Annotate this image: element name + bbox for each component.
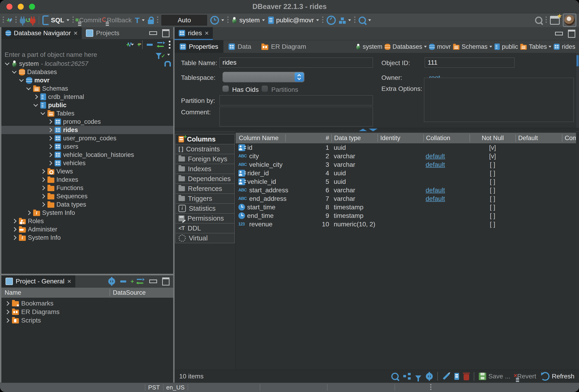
chevron-down-icon[interactable] bbox=[262, 19, 265, 21]
chevron-right-icon[interactable] bbox=[12, 227, 17, 232]
breadcrumb-item-movr[interactable]: movr bbox=[429, 43, 451, 50]
tree-item-vehicle-location-histories[interactable]: vehicle_location_histories bbox=[1, 151, 173, 159]
tasks-button[interactable] bbox=[339, 17, 351, 24]
tree-item-indexes[interactable]: Indexes bbox=[1, 175, 173, 184]
table-row-vehicle-city[interactable]: ABCvehicle_city3varchardefault[ ] bbox=[236, 160, 576, 169]
collation-default-link[interactable]: default bbox=[426, 153, 445, 160]
breadcrumb-item-system[interactable]: system bbox=[356, 43, 382, 50]
partition-by-input[interactable] bbox=[219, 95, 373, 105]
table-row-start-address[interactable]: ABCstart_address6varchardefault[ ] bbox=[236, 186, 576, 194]
extra-options-textarea[interactable] bbox=[424, 78, 574, 122]
chevron-right-icon[interactable] bbox=[41, 202, 45, 207]
table-name-input[interactable]: rides bbox=[219, 57, 373, 68]
object-id-input[interactable]: 111 bbox=[425, 57, 514, 68]
maximize-panel-icon[interactable] bbox=[568, 30, 575, 38]
table-row-revenue[interactable]: 123revenue10numeric(10, 2)[ ] bbox=[236, 220, 576, 228]
table-row-rider-id[interactable]: rider_id4uuid[ ] bbox=[236, 169, 576, 177]
scroll-thumb[interactable] bbox=[577, 55, 579, 66]
collapse-all-icon[interactable] bbox=[147, 44, 153, 46]
chevron-down-icon[interactable] bbox=[549, 46, 551, 48]
tree-item-crdb-internal[interactable]: crdb_internal bbox=[1, 93, 173, 101]
connect-icon[interactable] bbox=[20, 19, 25, 24]
chevron-right-icon[interactable] bbox=[5, 318, 9, 323]
project-item-bookmarks[interactable]: Bookmarks bbox=[1, 299, 173, 308]
tree-item-functions[interactable]: Functions bbox=[1, 184, 173, 192]
table-row-start-time[interactable]: start_time8timestamp[ ] bbox=[236, 203, 576, 211]
chevron-right-icon[interactable] bbox=[12, 219, 17, 223]
chevron-right-icon[interactable] bbox=[48, 128, 52, 132]
tree-item-views[interactable]: Views bbox=[1, 167, 173, 175]
collation-default-link[interactable]: default bbox=[426, 161, 445, 168]
column-header-column-name[interactable]: Column Name bbox=[236, 134, 285, 142]
rollback-button[interactable]: Rollback bbox=[105, 17, 132, 24]
table-row-vehicle-id[interactable]: vehicle_id5uuid[ ] bbox=[236, 177, 576, 186]
tab-database-navigator[interactable]: Database Navigator × bbox=[1, 27, 82, 39]
tree-item-movr[interactable]: movr bbox=[1, 76, 173, 84]
chevron-down-icon[interactable] bbox=[131, 44, 134, 46]
side-tab-indexes[interactable]: Indexes bbox=[175, 164, 235, 174]
disconnect-icon[interactable] bbox=[30, 19, 35, 24]
table-row-city[interactable]: ABCcity2varchardefault[v] bbox=[236, 152, 576, 160]
breadcrumb-item-rides[interactable]: rides bbox=[553, 43, 575, 50]
column-header-comm[interactable]: Comm bbox=[562, 134, 576, 142]
chevron-down-icon[interactable] bbox=[368, 19, 371, 21]
tree-item-schemas[interactable]: Schemas bbox=[1, 84, 173, 93]
add-column-icon[interactable] bbox=[454, 373, 459, 380]
chevron-right-icon[interactable] bbox=[41, 186, 45, 190]
chevron-down-icon[interactable] bbox=[142, 19, 145, 21]
comment-textarea[interactable] bbox=[219, 107, 373, 126]
chevron-right-icon[interactable] bbox=[33, 95, 38, 99]
close-tab-icon[interactable]: × bbox=[73, 30, 78, 37]
collation-default-link[interactable]: default bbox=[426, 187, 445, 194]
tree-item-tables[interactable]: Tables bbox=[1, 109, 173, 117]
minimize-panel-icon[interactable] bbox=[149, 31, 157, 35]
edit-pencil-icon[interactable] bbox=[443, 373, 449, 380]
table-row-end-address[interactable]: ABCend_address7varchardefault[ ] bbox=[236, 194, 576, 203]
chevron-down-icon[interactable] bbox=[67, 19, 69, 21]
tree-item-system-info[interactable]: System Info bbox=[1, 209, 173, 217]
chevron-down-icon[interactable] bbox=[33, 102, 38, 107]
side-tab-foreign-keys[interactable]: Foreign Keys bbox=[175, 154, 235, 164]
tree-item-data-types[interactable]: Data types bbox=[1, 200, 173, 209]
chevron-down-icon[interactable] bbox=[489, 46, 492, 48]
chevron-down-icon[interactable] bbox=[348, 19, 351, 21]
chevron-right-icon[interactable] bbox=[48, 153, 52, 157]
revert-button[interactable]: × Revert bbox=[515, 373, 536, 380]
new-connection-button[interactable]: + bbox=[7, 19, 12, 21]
side-tab-triggers[interactable]: Triggers bbox=[175, 193, 235, 204]
chevron-down-icon[interactable] bbox=[19, 77, 24, 82]
tree-item-roles[interactable]: Roles bbox=[1, 217, 173, 225]
table-row-end-time[interactable]: end_time9timestamp[ ] bbox=[236, 211, 576, 220]
gear-icon[interactable] bbox=[108, 278, 115, 285]
column-header-not-null[interactable]: Not Null bbox=[470, 134, 515, 142]
zoom-window-button[interactable] bbox=[29, 4, 35, 10]
breadcrumb-item-public[interactable]: public bbox=[494, 43, 518, 50]
breadcrumb-item-databases[interactable]: Databases bbox=[384, 43, 427, 50]
column-header-data-type[interactable]: Data type bbox=[331, 134, 377, 142]
save-button[interactable]: Save ... bbox=[479, 373, 510, 380]
side-tab-virtual[interactable]: Virtual bbox=[175, 233, 235, 243]
tab-projects[interactable]: Projects bbox=[82, 27, 123, 39]
column-header-datasource[interactable]: DataSource bbox=[110, 289, 173, 296]
has-oids-checkbox[interactable] bbox=[222, 86, 229, 92]
side-tab-references[interactable]: References bbox=[175, 184, 235, 194]
collapse-all-icon[interactable] bbox=[120, 280, 126, 282]
minimize-panel-icon[interactable] bbox=[149, 280, 157, 283]
chevron-down-icon[interactable] bbox=[316, 19, 319, 21]
refresh-button[interactable]: Refresh bbox=[541, 372, 575, 381]
chevron-right-icon[interactable] bbox=[5, 310, 9, 314]
tree-item-databases[interactable]: Databases bbox=[1, 68, 173, 76]
chevron-right-icon[interactable] bbox=[48, 119, 52, 124]
lock-icon[interactable] bbox=[148, 20, 154, 24]
statusbar-grip[interactable] bbox=[430, 384, 431, 391]
link-with-editor-icon[interactable] bbox=[136, 278, 144, 284]
chevron-down-icon[interactable] bbox=[5, 61, 9, 65]
dashboard-gauge-icon[interactable] bbox=[327, 16, 336, 25]
subtab-er-diagram[interactable]: ER Diagram bbox=[256, 40, 311, 53]
open-perspective-icon[interactable] bbox=[550, 16, 560, 25]
chevron-right-icon[interactable] bbox=[41, 169, 45, 174]
side-tab-permissions[interactable]: Permissions bbox=[175, 213, 235, 223]
delete-trash-icon[interactable] bbox=[464, 374, 469, 380]
column-header-default[interactable]: Default bbox=[515, 134, 562, 142]
chevron-down-icon[interactable] bbox=[424, 46, 427, 48]
